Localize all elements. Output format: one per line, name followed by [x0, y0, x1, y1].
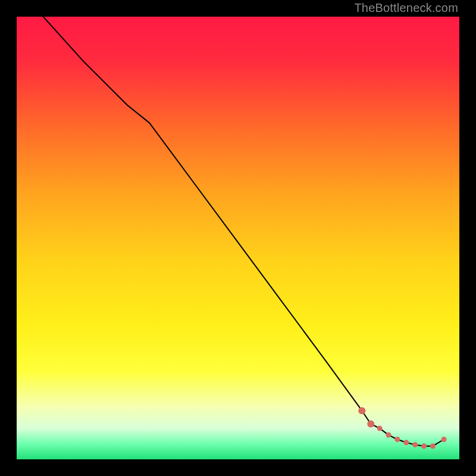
tail-marker — [430, 443, 436, 449]
tail-marker — [367, 421, 374, 428]
tail-marker — [386, 433, 392, 438]
tail-marker — [403, 440, 409, 445]
tail-marker — [441, 437, 447, 442]
gradient-background — [17, 17, 459, 459]
tail-marker — [394, 437, 400, 442]
tail-marker — [412, 442, 418, 447]
bottleneck-chart — [17, 17, 459, 459]
chart-frame — [17, 17, 459, 459]
watermark-text: TheBottleneck.com — [354, 1, 458, 15]
tail-marker — [421, 443, 427, 449]
tail-marker — [377, 425, 383, 431]
tail-marker — [358, 407, 365, 414]
